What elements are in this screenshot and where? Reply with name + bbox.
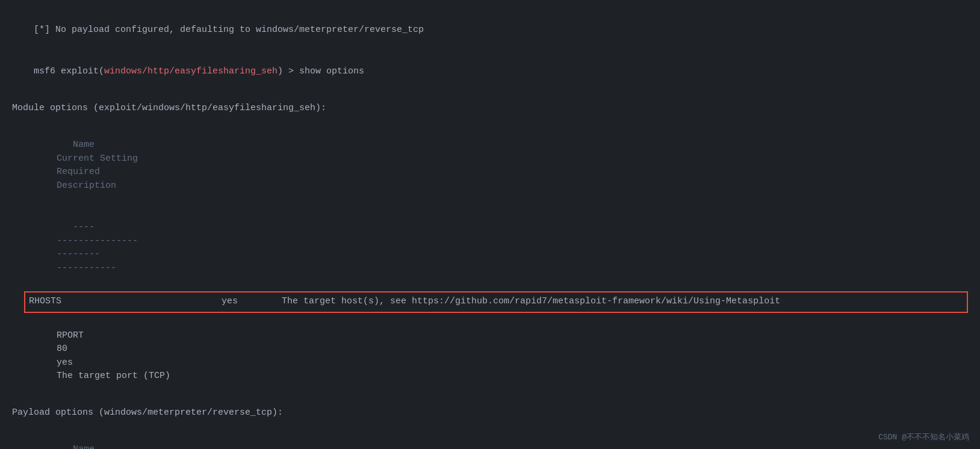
payload-options-header: Payload options (windows/meterpreter/rev… (12, 406, 968, 420)
module-options-header: Module options (exploit/windows/http/eas… (12, 102, 968, 116)
payload-col-name-header: Name (57, 444, 143, 449)
col-required-header: Required (57, 167, 111, 177)
col-setting-underline: --------------- (57, 236, 149, 246)
col-name-underline: ---- (57, 222, 116, 232)
rhosts-description: The target host(s), see https://github.c… (282, 296, 780, 306)
rport-setting: 80 (57, 342, 177, 356)
rport-required: yes (57, 356, 117, 370)
col-description-header: Description (57, 181, 116, 191)
col-required-underline: -------- (57, 249, 111, 259)
terminal-output: [*] No payload configured, defaulting to… (12, 10, 968, 449)
module-table-underline: ---- --------------- -------- ----------… (24, 208, 968, 289)
msf6-prefix: msf6 exploit( (34, 66, 104, 76)
payload-table-header: Name Current Setting Required Descriptio… (24, 430, 968, 450)
rhosts-row: RHOSTSyesThe target host(s), see https:/… (29, 295, 963, 309)
payload-options-table: Name Current Setting Required Descriptio… (12, 430, 968, 450)
rhosts-name: RHOSTS (29, 295, 101, 309)
no-payload-text: [*] No payload configured, defaulting to… (34, 25, 424, 35)
msf6-suffix: ) > show options (278, 66, 364, 76)
rhosts-required: yes (222, 295, 282, 309)
watermark: CSDN @不不不知名小菜鸡 (878, 432, 969, 444)
module-options-table: Name Current Setting Required Descriptio… (12, 125, 968, 397)
rport-description: The target port (TCP) (57, 371, 170, 381)
col-name-header: Name (57, 140, 116, 150)
rhosts-highlighted-row: RHOSTSyesThe target host(s), see https:/… (24, 291, 968, 314)
msf6-command-line: msf6 exploit(windows/http/easyfilesharin… (12, 52, 968, 93)
no-payload-line: [*] No payload configured, defaulting to… (12, 10, 968, 51)
col-description-underline: ----------- (57, 263, 116, 273)
col-setting-header: Current Setting (57, 153, 149, 164)
module-table-header: Name Current Setting Required Descriptio… (24, 125, 968, 206)
rport-name: RPORT (57, 329, 129, 343)
rport-row: RPORT 80 yes The target port (TCP) (24, 315, 968, 397)
module-name: windows/http/easyfilesharing_seh (104, 66, 278, 76)
